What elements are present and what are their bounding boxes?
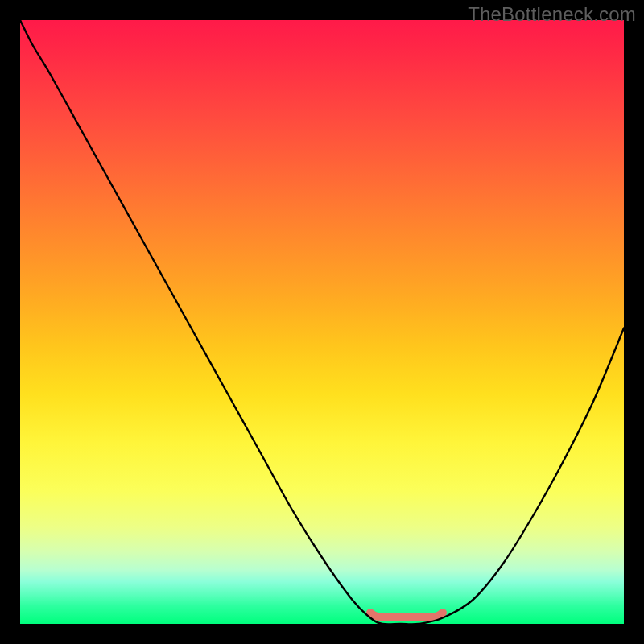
bottleneck-curve [20, 20, 624, 624]
curve-svg [20, 20, 624, 624]
flat-minimum-highlight [370, 613, 443, 617]
chart-frame: TheBottleneck.com [0, 0, 644, 644]
plot-area [20, 20, 624, 624]
watermark-text: TheBottleneck.com [468, 3, 636, 26]
